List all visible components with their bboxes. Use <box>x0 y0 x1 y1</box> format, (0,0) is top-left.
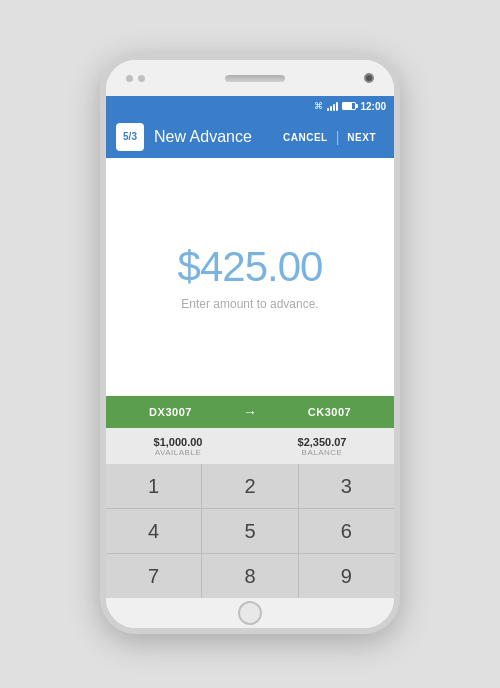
transfer-to-account: CK3007 <box>265 406 394 418</box>
from-balance-amount: $1,000.00 <box>154 436 203 448</box>
amount-section: $425.00 Enter amount to advance. <box>106 158 394 396</box>
status-bar: ⌘ 12:00 <box>106 96 394 116</box>
app-logo: 5/3 <box>116 123 144 151</box>
numpad-key-8[interactable]: 8 <box>202 554 297 598</box>
phone-dot <box>126 75 133 82</box>
numpad-key-4[interactable]: 4 <box>106 509 201 553</box>
next-button[interactable]: NEXT <box>339 128 384 147</box>
to-balance-label: BALANCE <box>302 448 343 457</box>
transfer-from-account: DX3007 <box>106 406 235 418</box>
numpad-key-1[interactable]: 1 <box>106 464 201 508</box>
from-balance-cell: $1,000.00 AVAILABLE <box>106 428 250 464</box>
header-actions: CANCEL | NEXT <box>275 128 384 147</box>
numpad: 123456789 <box>106 464 394 598</box>
numpad-key-2[interactable]: 2 <box>202 464 297 508</box>
balance-row: $1,000.00 AVAILABLE $2,350.07 BALANCE <box>106 428 394 464</box>
transfer-row: DX3007 → CK3007 <box>106 396 394 428</box>
logo-text: 5/3 <box>123 132 137 142</box>
transfer-arrow-icon: → <box>235 404 265 420</box>
phone-speaker <box>225 75 285 82</box>
wifi-icon: ⌘ <box>314 101 323 111</box>
phone-device: ⌘ 12:00 5/3 New Advance <box>100 54 400 634</box>
from-balance-label: AVAILABLE <box>155 448 201 457</box>
phone-screen: ⌘ 12:00 5/3 New Advance <box>106 96 394 598</box>
numpad-key-5[interactable]: 5 <box>202 509 297 553</box>
cancel-button[interactable]: CANCEL <box>275 128 336 147</box>
signal-icon <box>327 101 338 111</box>
numpad-key-7[interactable]: 7 <box>106 554 201 598</box>
page-title: New Advance <box>154 128 275 146</box>
status-icons: ⌘ 12:00 <box>314 101 386 112</box>
amount-hint: Enter amount to advance. <box>181 297 318 311</box>
amount-display[interactable]: $425.00 <box>178 243 323 291</box>
phone-dots <box>126 75 145 82</box>
to-balance-cell: $2,350.07 BALANCE <box>250 428 394 464</box>
phone-dot <box>138 75 145 82</box>
status-time: 12:00 <box>360 101 386 112</box>
battery-icon <box>342 102 356 110</box>
numpad-key-6[interactable]: 6 <box>299 509 394 553</box>
app-header: 5/3 New Advance CANCEL | NEXT <box>106 116 394 158</box>
numpad-key-9[interactable]: 9 <box>299 554 394 598</box>
phone-top-bar <box>106 60 394 96</box>
to-balance-amount: $2,350.07 <box>298 436 347 448</box>
phone-camera <box>364 73 374 83</box>
numpad-key-3[interactable]: 3 <box>299 464 394 508</box>
phone-bottom-bar <box>106 598 394 628</box>
home-button[interactable] <box>238 601 262 625</box>
